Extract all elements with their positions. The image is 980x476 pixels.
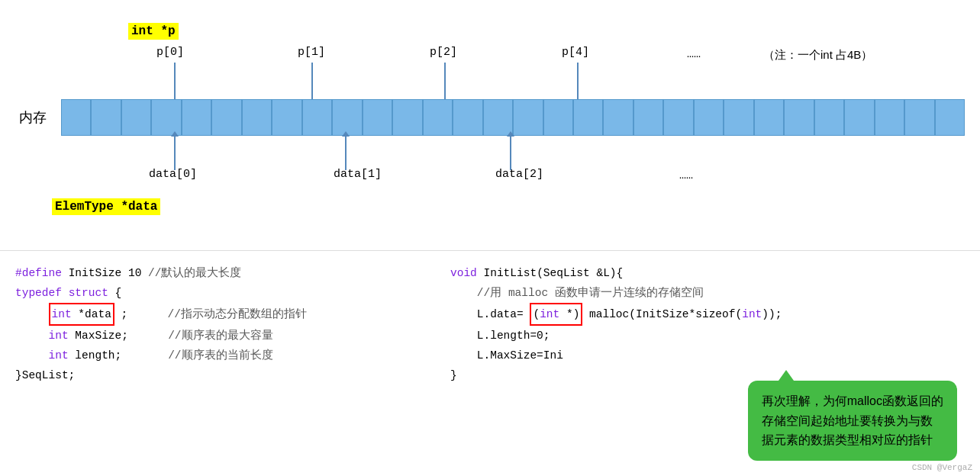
int-keyword3: int — [49, 349, 69, 362]
arrow-p4 — [577, 63, 579, 101]
int-data-boxed: int *data — [49, 303, 114, 326]
func-name: InitList(SeqList &L){ — [484, 267, 624, 279]
int-sizeof-keyword: int — [742, 308, 762, 320]
right-line3: L.data= (int *) malloc(InitSize*sizeof(i… — [450, 303, 965, 326]
cell-19 — [603, 99, 633, 136]
right-line1: void InitList(SeqList &L){ — [450, 263, 965, 283]
define-comment: //默认的最大长度 — [148, 267, 241, 279]
data1-label: data[1] — [334, 168, 382, 181]
malloc-comment: //用 malloc 函数申请一片连续的存储空间 — [450, 287, 704, 299]
cell-9 — [302, 99, 332, 136]
llength: L.length=0; — [450, 330, 550, 342]
int-p-label: int *p — [128, 23, 179, 40]
data2-label: data[2] — [495, 168, 543, 181]
cell-1 — [61, 99, 91, 136]
cell-25 — [784, 99, 814, 136]
right-line4: L.length=0; — [450, 326, 965, 346]
star-data: *data — [78, 308, 111, 320]
cell-30 — [935, 99, 965, 136]
cell-4 — [151, 99, 181, 136]
seqlist: }SeqList; — [15, 369, 75, 381]
code-line-seqlist: }SeqList; — [15, 365, 420, 385]
struct-keyword: struct — [69, 287, 108, 299]
code-line-int-data: int *data ; //指示动态分配数组的指针 — [15, 303, 420, 326]
memory-bar-container: 内存 — [23, 99, 965, 136]
p0-label: p[0] — [156, 46, 184, 59]
arrow-data0-up — [174, 136, 176, 170]
dots-bottom: …… — [679, 169, 693, 182]
elemtype-label: ElemType *data — [52, 198, 160, 215]
cell-13 — [423, 99, 453, 136]
struct-brace: { — [115, 287, 122, 299]
p2-label: p[2] — [430, 46, 457, 59]
arrow-data2-up — [510, 136, 511, 170]
define-rest: InitSize 10 — [69, 267, 148, 279]
int-cast-keyword: int — [540, 308, 559, 320]
divider — [0, 250, 980, 251]
void-keyword: void — [450, 267, 477, 279]
cell-24 — [754, 99, 784, 136]
code-line-typedef: typedef struct { — [15, 283, 420, 303]
int-keyword: int — [52, 308, 72, 320]
cell-22 — [694, 99, 724, 136]
tooltip-text: 再次理解，为何malloc函数返回的存储空间起始地址要转换为与数据元素的数据类型… — [762, 394, 943, 446]
cell-20 — [633, 99, 663, 136]
code-line-length: int length; //顺序表的当前长度 — [15, 346, 420, 365]
indent2 — [15, 330, 42, 342]
cell-14 — [453, 99, 482, 136]
cell-28 — [875, 99, 904, 136]
cell-15 — [483, 99, 513, 136]
int-cast-boxed: (int *) — [530, 303, 582, 326]
length: length; — [75, 349, 121, 362]
typedef-keyword: typedef — [15, 287, 62, 299]
cell-5 — [182, 99, 211, 136]
right-line5: L.MaxSize=Ini — [450, 346, 965, 365]
indent1 — [15, 308, 42, 320]
cell-12 — [392, 99, 422, 136]
cell-7 — [242, 99, 272, 136]
cell-16 — [513, 99, 543, 136]
int-data-comment: //指示动态分配数组的指针 — [134, 308, 307, 320]
arrow-p2 — [444, 63, 446, 101]
semicolon1: ; — [121, 308, 128, 320]
cell-23 — [724, 99, 753, 136]
closing-brace: } — [450, 369, 457, 381]
p1-label: p[1] — [298, 46, 325, 59]
arrow-p1 — [311, 63, 313, 101]
arrow-intP — [174, 63, 176, 101]
cell-11 — [363, 99, 392, 136]
code-area: #define InitSize 10 //默认的最大长度 typedef st… — [0, 252, 980, 476]
ldata-prefix: L.data= — [450, 308, 524, 320]
tooltip-bubble: 再次理解，为何malloc函数返回的存储空间起始地址要转换为与数据元素的数据类型… — [748, 381, 957, 461]
data0-label: data[0] — [149, 168, 197, 181]
p4-label: p[4] — [562, 46, 589, 59]
cell-21 — [663, 99, 693, 136]
code-right: void InitList(SeqList &L){ //用 malloc 函数… — [435, 252, 980, 476]
memory-label: 内存 — [19, 108, 47, 127]
cell-2 — [91, 99, 121, 136]
cell-29 — [904, 99, 934, 136]
code-line-maxsize: int MaxSize; //顺序表的最大容量 — [15, 326, 420, 346]
arrow-data1-up — [345, 136, 347, 170]
malloc-call: malloc(InitSize*sizeof(int)); — [589, 308, 782, 320]
code-left: #define InitSize 10 //默认的最大长度 typedef st… — [0, 252, 435, 476]
maxsize-comment: //顺序表的最大容量 — [135, 330, 273, 342]
maxsize: MaxSize; — [75, 330, 128, 342]
length-comment: //顺序表的当前长度 — [128, 349, 273, 362]
define-keyword: #define — [15, 267, 62, 279]
right-line2: //用 malloc 函数申请一片连续的存储空间 — [450, 283, 965, 303]
int-keyword2: int — [49, 330, 69, 342]
cell-26 — [814, 99, 844, 136]
cell-3 — [121, 99, 151, 136]
memory-bar — [61, 99, 965, 136]
cell-27 — [844, 99, 874, 136]
note-label: （注：一个int 占4B） — [763, 48, 872, 63]
code-line-define: #define InitSize 10 //默认的最大长度 — [15, 263, 420, 283]
dots-top: …… — [687, 48, 701, 61]
cell-6 — [211, 99, 241, 136]
cell-18 — [573, 99, 603, 136]
indent3 — [15, 349, 42, 362]
csdn-credit: CSDN @VergaZ — [912, 463, 972, 472]
lmaxsize: L.MaxSize=Ini — [450, 349, 563, 362]
cell-10 — [332, 99, 362, 136]
